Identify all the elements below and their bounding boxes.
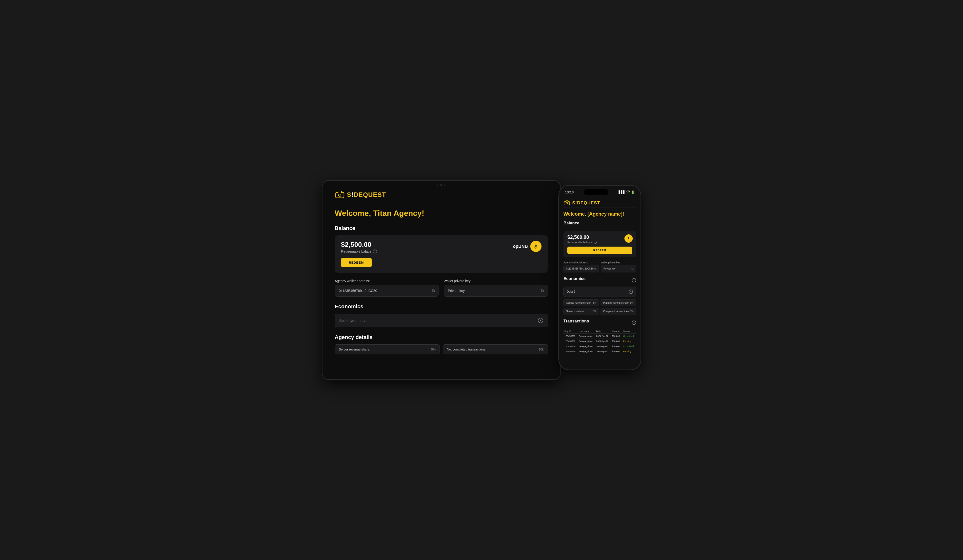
- tablet-wallet-copy-icon[interactable]: ⧉: [432, 288, 434, 293]
- tablet-camera: [437, 184, 446, 186]
- phone-welcome: Welcome, [Agency name]!: [563, 211, 636, 217]
- tx-col-username: Username: [578, 329, 595, 333]
- transactions-table: Pay ID Username Date Amount Status 12345…: [563, 329, 636, 354]
- phone-wallet-key-value: Private key: [603, 267, 615, 270]
- phone-economics-chevron[interactable]: ▾: [632, 278, 636, 282]
- camera-lens: [440, 184, 442, 186]
- tablet-wallet-key-label: Wallet private key:: [444, 279, 548, 283]
- phone-redeem-button[interactable]: REDEEM: [567, 247, 632, 254]
- phone-platform-revenue-label: Platform revenue share:: [603, 301, 629, 304]
- phone-transactions-title: Transactions: [563, 319, 589, 324]
- tablet-agency-details: Agency details Server revenue share: 5% …: [335, 334, 548, 354]
- tx-cell-date: 2024-Apr-22: [595, 333, 611, 339]
- phone-economics-title: Economics: [563, 276, 586, 281]
- table-row: 123456789 Serega_pirate 2024-Apr-22 $100…: [563, 339, 636, 344]
- phone-server-select[interactable]: Dota 2 ▾: [563, 286, 636, 297]
- tablet-economics-title: Economics: [335, 303, 548, 310]
- tablet-agency-details-title: Agency details: [335, 334, 548, 340]
- phone-stats-grid: Agency revenue share: 5% Platform revenu…: [563, 299, 636, 315]
- phone-platform-revenue-value: 5%: [630, 301, 634, 304]
- phone-dynamic-island: [584, 189, 608, 195]
- tablet-server-select[interactable]: Select your server ▾: [335, 314, 548, 327]
- tablet-divider: [335, 202, 548, 202]
- phone-wallet-key-group: Wallet private key: Private key ⧉: [601, 261, 636, 272]
- phone-wallet-copy-icon[interactable]: ⧉: [594, 267, 596, 270]
- phone-economics-header: Economics ▾: [563, 276, 636, 284]
- tablet-completed-tx-value: 30k: [538, 348, 544, 351]
- tablet-wallet-address-field[interactable]: 0x123B456789...2eCC80 ⧉: [335, 285, 439, 296]
- tablet-server-revenue-value: 5%: [431, 348, 436, 351]
- svg-point-7: [566, 202, 567, 204]
- phone-server-members-label: Server members:: [566, 310, 585, 313]
- tablet-wallet-key-field[interactable]: Private key ⧉: [444, 285, 548, 296]
- phone-divider: [563, 207, 636, 208]
- phone-wallet-key-label: Wallet private key:: [601, 261, 636, 264]
- tablet-logo: S!DEQUEST: [335, 191, 548, 199]
- tx-cell-payid: 123456789: [563, 333, 578, 339]
- phone-completed-tx-label: Completed transactions:: [603, 310, 629, 313]
- phone-server-chevron: ▾: [629, 290, 633, 294]
- logo-icon: [335, 191, 345, 199]
- phone-status-bar: 13:13 ▋▋▋ 🔋: [559, 186, 640, 197]
- tx-col-payid: Pay ID: [563, 329, 578, 333]
- phone-wallet-key-field[interactable]: Private key ⧉: [601, 265, 636, 272]
- tablet-balance-label: Redeemable balace i: [341, 249, 541, 253]
- phone-device: 13:13 ▋▋▋ 🔋: [558, 185, 641, 370]
- tx-cell-amount: $100.00: [611, 349, 622, 354]
- tablet-logo-text: S!DEQUEST: [347, 191, 386, 199]
- tx-cell-date: 2024-Apr-22: [595, 344, 611, 349]
- phone-completed-tx-value: 5%: [630, 310, 634, 313]
- tablet-balance-amount: $2,500.00: [341, 241, 541, 249]
- tablet-server-select-text: Select your server: [339, 319, 369, 323]
- phone-content: S!DEQUEST Welcome, [Agency name]! Balanc…: [559, 197, 640, 361]
- camera-dot2: [444, 185, 446, 186]
- balance-info-icon[interactable]: i: [373, 249, 377, 253]
- tx-col-status: Status: [622, 329, 636, 333]
- tx-cell-username: Serega_pirate: [578, 333, 595, 339]
- tablet-redeem-button[interactable]: REDEEM: [341, 258, 372, 267]
- tablet-device: S!DEQUEST Welcome, Titan Agency! Balance…: [322, 180, 561, 380]
- phone-agency-revenue-value: 5%: [593, 301, 597, 304]
- tx-cell-username: Serega_pirate: [578, 344, 595, 349]
- tablet-completed-tx-label: No. completed transactions:: [447, 348, 486, 351]
- battery-icon: 🔋: [631, 191, 635, 194]
- tx-cell-username: Serega_pirate: [578, 339, 595, 344]
- tablet-server-revenue-label: Server revenue share:: [339, 348, 370, 351]
- tx-cell-amount: $100.00: [611, 333, 622, 339]
- phone-platform-revenue-stat: Platform revenue share: 5%: [600, 299, 636, 306]
- tablet-balance-card: opBNB $2,500.00 Redeemable balace i REDE…: [335, 235, 548, 273]
- phone-balance-card: $2,500.00 Redeemable balance i REDEEM: [563, 231, 636, 257]
- tx-col-date: Date: [595, 329, 611, 333]
- phone-time: 13:13: [565, 190, 574, 194]
- tablet-welcome: Welcome, Titan Agency!: [335, 209, 548, 218]
- phone-balance-info-icon[interactable]: i: [594, 241, 597, 244]
- tx-cell-status: Pending: [622, 349, 636, 354]
- tx-cell-date: 2024-Apr-22: [595, 339, 611, 344]
- svg-rect-8: [566, 201, 568, 202]
- phone-key-copy-icon[interactable]: ⧉: [632, 267, 634, 270]
- phone-wallet-address-label: Agency wallet address:: [563, 261, 599, 264]
- tx-col-amount: Amount: [611, 329, 622, 333]
- tablet-agency-fields: Server revenue share: 5% No. completed t…: [335, 345, 548, 354]
- phone-logo-text: S!DEQUEST: [572, 201, 600, 206]
- token-badge: opBNB: [513, 241, 541, 252]
- tablet-wallet-key-group: Wallet private key: Private key ⧉: [444, 279, 548, 296]
- tablet-wallet-address-group: Agency wallet address: 0x123B456789...2e…: [335, 279, 439, 296]
- signal-icon: ▋▋▋: [619, 191, 625, 194]
- tablet-economics-section: Economics Select your server ▾: [335, 303, 548, 327]
- tx-cell-status: Completed: [622, 333, 636, 339]
- camera-dot: [437, 185, 438, 186]
- phone-server-members-value: 5%: [593, 310, 597, 313]
- tx-cell-payid: 123456789: [563, 344, 578, 349]
- phone-balance-label: Redeemable balance i: [567, 241, 632, 244]
- tablet-wallet-fields: Agency wallet address: 0x123B456789...2e…: [335, 279, 548, 296]
- phone-economics-section: Economics ▾ Dota 2 ▾ Agency revenue shar…: [563, 276, 636, 315]
- tablet-key-copy-icon[interactable]: ⧉: [541, 288, 544, 293]
- phone-wallet-address-value: 0x123B456789...2eCC80: [566, 267, 593, 270]
- phone-balance-header: Balance: [563, 221, 636, 228]
- phone-balance-amount: $2,500.00: [567, 235, 632, 240]
- tablet-server-revenue-field: Server revenue share: 5%: [335, 345, 440, 354]
- phone-wallet-address-field[interactable]: 0x123B456789...2eCC80 ⧉: [563, 265, 599, 272]
- phone-transactions-chevron[interactable]: ▾: [632, 320, 636, 325]
- tx-cell-date: 2024-Apr-22: [595, 349, 611, 354]
